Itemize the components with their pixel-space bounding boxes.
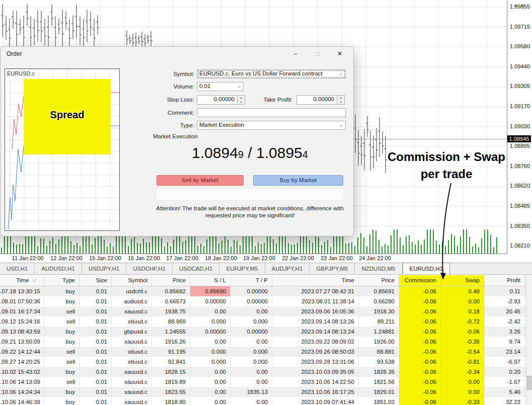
stop-loss-label: Stop Loss:	[151, 97, 194, 103]
tab-scroll-arrows[interactable]: ◂▸	[514, 3, 529, 8]
cell-sl: 0.00000	[190, 296, 231, 306]
cell-price-open: 1916.26	[152, 337, 190, 347]
history-table-row[interactable]: .09.27 14:20:25 sell 0.01 xtiusd.c 92.84…	[0, 357, 526, 367]
header-symbol[interactable]: Symbol	[112, 275, 152, 286]
cell-symbol: xauusd.c	[112, 306, 152, 316]
cell-time-close: 2023.10.03 09:35:05	[272, 367, 359, 377]
price-scale-label: 1.09030	[510, 123, 530, 129]
history-table-body: .07.18 13:30:15 buy 0.01 usdchf.c 0.8568…	[0, 286, 526, 405]
cell-size: 0.01	[80, 397, 112, 405]
history-table-row[interactable]: .09.01 16:17:34 sell 0.01 xauusd.c 1938.…	[0, 306, 526, 316]
cell-type: buy	[44, 397, 80, 405]
header-size[interactable]: Size	[80, 275, 112, 286]
chart-tab[interactable]: USDCHF,H1	[126, 263, 173, 274]
history-table-row[interactable]: .09.13 08:43:59 buy 0.01 gbpusd.c 1.2455…	[0, 327, 526, 337]
cell-price-open: 88.969	[152, 316, 190, 327]
cell-size: 0.01	[80, 357, 112, 367]
volume-label: Volume:	[151, 84, 194, 90]
history-table-row[interactable]: .09.12 15:24:16 sell 0.01 xtiusd.c 88.96…	[0, 316, 526, 327]
header-time-open[interactable]: Time∕	[0, 275, 44, 286]
chart-tab[interactable]: USDJPY,H1	[82, 263, 127, 274]
cell-swap: 0.18	[441, 306, 484, 316]
history-table-row[interactable]: .08.01 07:50:36 buy 0.01 audusd.c 0.6657…	[0, 296, 526, 306]
stop-loss-stepper[interactable]: 0.00000 ▲▼	[197, 95, 245, 105]
cell-type: buy	[44, 286, 80, 296]
history-table-row[interactable]: .10.06 14:24:34 buy 0.01 xauusd.c 1823.5…	[0, 387, 526, 397]
cell-tp: 0.000	[231, 357, 272, 367]
history-table-row[interactable]: .10.02 15:43:02 buy 0.01 xauusd.c 1828.1…	[0, 367, 526, 377]
cell-price-open: 0.66573	[152, 296, 190, 306]
buy-by-market-button[interactable]: Buy by Market	[253, 175, 343, 186]
cell-price-open: 0.85682	[152, 286, 190, 296]
cell-sl: 0.00	[190, 306, 231, 316]
history-table-row[interactable]: .10.06 14:46:39 buy 0.01 xauusd.c 1818.8…	[0, 397, 526, 405]
history-table-row[interactable]: .07.18 13:30:15 buy 0.01 usdchf.c 0.8568…	[0, 286, 526, 296]
header-swap[interactable]: Swap	[441, 275, 484, 286]
cell-profit: 0.11	[484, 286, 525, 296]
take-profit-stepper[interactable]: 0.00000 ▲▼	[296, 95, 345, 105]
tick-chart-price-scale	[123, 47, 148, 237]
chart-tab[interactable]: USDCAD,H1	[173, 263, 219, 274]
minimize-icon[interactable]: –	[289, 48, 302, 59]
header-profit[interactable]: Profit	[484, 275, 525, 286]
cell-sl: 0.00	[190, 367, 231, 377]
chart-tab[interactable]: USD,H1	[0, 263, 35, 274]
header-type[interactable]: Type	[44, 275, 80, 286]
cell-type: sell	[44, 306, 80, 316]
take-profit-label: Take Profit:	[250, 97, 292, 103]
chart-tab[interactable]: AUDJPY,H1	[265, 263, 310, 274]
cell-commission: -0.06	[399, 296, 441, 306]
chart-tab[interactable]: AUDUSD,H1	[35, 263, 82, 274]
take-profit-spin-buttons[interactable]: ▲▼	[337, 96, 344, 104]
chart-tab[interactable]: EURJPY,M5	[219, 263, 265, 274]
cell-price-open: 92.841	[152, 357, 190, 367]
chart-tab[interactable]: GBPJPY,M5	[310, 263, 355, 274]
volume-select[interactable]: 0.01 ⌄	[197, 82, 244, 91]
cell-time-close: 2023.09.14 08:13:24	[272, 327, 359, 337]
header-price-close[interactable]: Price	[359, 275, 399, 286]
cell-commission: -0.06	[399, 367, 441, 377]
header-time-close[interactable]: Time	[272, 275, 359, 286]
header-commission[interactable]: Commission	[399, 275, 441, 286]
cell-time-close: 2023.08.01 11:38:14	[272, 296, 359, 306]
price-scale-label: 1.09440	[510, 63, 530, 69]
cell-sl: 0.000	[190, 347, 231, 357]
table-scrollbar-thumb[interactable]	[527, 376, 531, 390]
stop-loss-spin-buttons[interactable]: ▲▼	[237, 96, 245, 104]
chart-tab[interactable]: NZDUSD,M5	[355, 263, 402, 274]
dialog-titlebar[interactable]: Order – □ ✕	[1, 47, 353, 61]
cell-time-open: .09.21 13:50:09	[0, 337, 44, 347]
table-scrollbar[interactable]	[526, 275, 532, 405]
cell-time-close: 2023.09.14 08:13:26	[272, 316, 359, 327]
cell-symbol: xauusd.c	[112, 367, 152, 377]
cell-type: sell	[44, 347, 80, 357]
cell-price-close: 1.24881	[359, 327, 399, 337]
annotation-commission-swap-line2: per trade	[372, 167, 520, 181]
cell-time-open: .09.12 15:24:16	[0, 316, 44, 327]
cell-swap: 0.00	[441, 296, 484, 306]
order-type-select[interactable]: Market Execution ⌄	[197, 121, 346, 130]
history-table-row[interactable]: .09.22 14:12:44 sell 0.01 xtiusd.c 91.19…	[0, 347, 526, 357]
history-table-row[interactable]: .09.21 13:50:09 buy 0.01 xauusd.c 1916.2…	[0, 337, 526, 347]
sell-by-market-button[interactable]: Sell by Market	[157, 175, 244, 186]
cell-type: sell	[44, 316, 80, 327]
cell-tp: 0.000	[231, 347, 272, 357]
chart-tab[interactable]: EURUSD,H1	[403, 263, 450, 274]
annotation-commission-swap-line1: Commission + Swap	[372, 150, 520, 164]
comment-field[interactable]	[197, 108, 346, 117]
cell-profit: -2.93	[484, 296, 525, 306]
status-bar	[157, 189, 343, 200]
cell-swap: -0.06	[441, 327, 484, 337]
symbol-select[interactable]: EURUSD.c, Euro vs US Dollar Forward cont…	[197, 69, 346, 78]
cell-profit: -1.67	[484, 377, 525, 387]
cell-commission: -0.06	[399, 306, 441, 316]
header-tp[interactable]: T / P	[231, 275, 272, 286]
maximize-icon: □	[311, 48, 324, 59]
history-table-row[interactable]: .10.06 14:13:09 sell 0.01 xauusd.c 1819.…	[0, 377, 526, 387]
cell-commission: -0.06	[399, 397, 441, 405]
header-sl[interactable]: S / L	[190, 275, 231, 286]
header-price-open[interactable]: Price	[152, 275, 190, 286]
cell-profit: -2.42	[484, 316, 525, 327]
cell-size: 0.01	[80, 347, 112, 357]
close-icon[interactable]: ✕	[333, 48, 346, 59]
